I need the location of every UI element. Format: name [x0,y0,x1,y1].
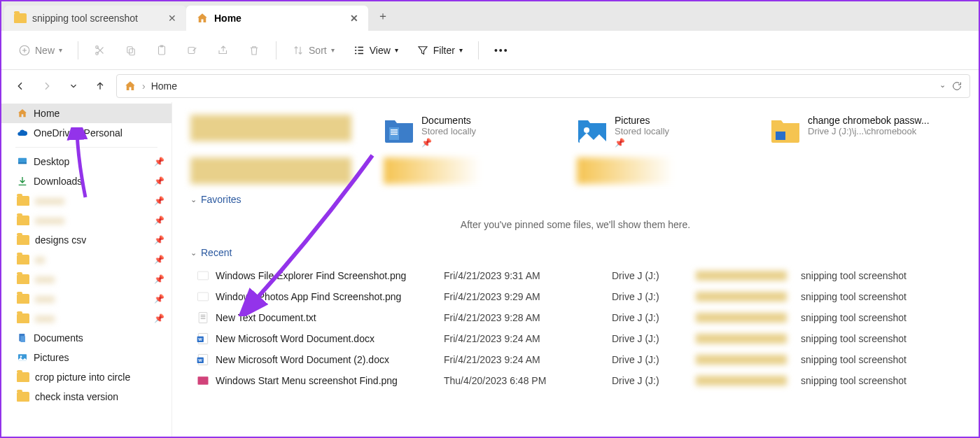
download-icon [17,176,28,187]
folder-icon [17,196,29,206]
toolbar: New ▾ Sort ▾ View ▾ Filter ▾ ••• [1,31,979,70]
chevron-down-icon[interactable]: ⌄ [939,80,946,92]
sidebar-item-downloads[interactable]: Downloads 📌 [1,171,172,191]
sidebar-item-desktop[interactable]: Desktop 📌 [1,152,172,171]
recent-row[interactable]: W New Microsoft Word Document (2).docx F… [190,349,960,370]
share-button[interactable] [210,40,237,61]
recent-row[interactable]: W New Microsoft Word Document.docx Fri/4… [190,328,960,349]
sidebar-item-blurred[interactable]: xxxxxx📌 [1,211,172,230]
chevron-down-icon: ▾ [331,46,335,54]
recent-row[interactable]: New Text Document.txt Fri/4/21/2023 9:28… [190,307,960,328]
file-tag: snipping tool screenshot [801,354,906,365]
arrow-up-icon [94,80,106,92]
quick-item-pictures[interactable]: Pictures Stored locally 📌 [577,115,759,148]
sidebar-item-label: designs csv [35,234,86,246]
sidebar-item-label: Documents [34,332,83,344]
quick-item-blurred[interactable] [577,157,759,184]
paste-button[interactable] [148,40,175,61]
forward-button[interactable] [36,76,57,97]
chevron-down-icon: ▾ [459,46,463,54]
pin-icon: 📌 [154,255,164,264]
tab-label: snipping tool screenshot [32,13,138,24]
blurred-text: xxxx [35,293,55,304]
folder-icon [770,115,801,146]
svg-rect-19 [776,132,785,140]
view-button[interactable]: View ▾ [346,40,405,61]
more-icon: ••• [494,45,509,56]
sidebar-item-designs[interactable]: designs csv 📌 [1,230,172,250]
sidebar-item-blurred[interactable]: xx📌 [1,250,172,269]
file-icon [190,269,216,283]
new-tab-button[interactable]: ＋ [372,6,393,27]
close-icon[interactable]: ✕ [350,13,358,24]
up-button[interactable] [90,76,111,97]
sort-icon [292,44,304,57]
chevron-down-icon: ⌄ [190,248,197,257]
sidebar-item-home[interactable]: Home [1,104,172,123]
favorites-header[interactable]: ⌄ Favorites [190,194,960,205]
new-button[interactable]: New ▾ [11,40,69,61]
recent-dropdown[interactable] [63,76,84,97]
documents-icon [17,332,28,344]
breadcrumb-home[interactable]: Home [151,80,177,92]
filter-label: Filter [433,45,455,56]
recent-row[interactable]: Windows Start Menu screenshot Find.png T… [190,370,960,391]
quick-access-row: Documents Stored locally 📌 Pictures Stor… [190,115,960,148]
blurred-text: xxxx [35,274,55,285]
blurred-content [696,292,787,302]
quick-item-change[interactable]: change chromebok passw... Drive J (J:)\j… [770,115,952,148]
quick-item-blurred[interactable] [190,157,372,184]
sidebar-item-check[interactable]: check insta version [1,387,172,407]
recent-row[interactable]: Windows Photos App Find Screenshot.png F… [190,286,960,307]
file-tag: snipping tool screenshot [801,375,906,386]
file-drive: Drive J (J:) [612,291,696,302]
tab-home[interactable]: Home ✕ [186,6,368,31]
sidebar-item-pictures[interactable]: Pictures [1,348,172,367]
svg-rect-6 [160,45,164,47]
file-name: New Text Document.txt [216,312,444,323]
sort-button[interactable]: Sort ▾ [285,40,342,61]
more-button[interactable]: ••• [487,41,516,60]
svg-rect-21 [198,292,209,301]
recent-list: Windows File Explorer Find Screenshot.pn… [190,265,960,391]
file-date: Fri/4/21/2023 9:29 AM [444,291,612,302]
sidebar-item-label: crop picture into circle [35,372,130,383]
sidebar-item-blurred[interactable]: xxxxxx📌 [1,191,172,211]
quick-item-blurred[interactable] [190,115,372,148]
rename-button[interactable] [179,40,206,61]
filter-icon [416,44,429,57]
sidebar-item-onedrive[interactable]: OneDrive - Personal [1,123,172,143]
sidebar-item-documents[interactable]: Documents [1,328,172,348]
sidebar-item-blurred[interactable]: xxxx📌 [1,309,172,328]
svg-text:W: W [198,358,202,362]
recent-header[interactable]: ⌄ Recent [190,247,960,258]
home-icon [17,108,28,119]
svg-rect-16 [391,132,398,133]
chevron-down-icon: ▾ [59,46,62,54]
delete-button[interactable] [241,40,267,61]
quick-item-documents[interactable]: Documents Stored locally 📌 [384,115,566,148]
quick-item-blurred[interactable] [384,157,566,184]
sidebar-item-crop[interactable]: crop picture into circle [1,367,172,387]
filter-button[interactable]: Filter ▾ [410,40,470,61]
sidebar-item-blurred[interactable]: xxxx📌 [1,269,172,289]
copy-button[interactable] [118,40,144,61]
chevron-down-icon: ▾ [395,46,398,54]
sidebar-item-blurred[interactable]: xxxx📌 [1,289,172,309]
refresh-icon[interactable] [951,80,962,92]
tab-snipping[interactable]: snipping tool screenshot ✕ [4,6,186,31]
svg-text:W: W [198,337,202,341]
cut-button[interactable] [87,40,113,61]
folder-icon [14,13,27,23]
back-button[interactable] [10,76,31,97]
quick-subtitle: Drive J (J:)\j...\chromebook [808,126,930,136]
paste-icon [155,44,168,57]
address-bar[interactable]: › Home ⌄ [116,74,970,98]
recent-row[interactable]: Windows File Explorer Find Screenshot.pn… [190,265,960,286]
file-drive: Drive J (J:) [612,333,696,344]
quick-title: Documents [421,115,476,126]
svg-rect-4 [130,48,135,55]
close-icon[interactable]: ✕ [168,13,176,24]
blurred-content [696,334,787,344]
file-name: Windows Start Menu screenshot Find.png [216,375,444,386]
